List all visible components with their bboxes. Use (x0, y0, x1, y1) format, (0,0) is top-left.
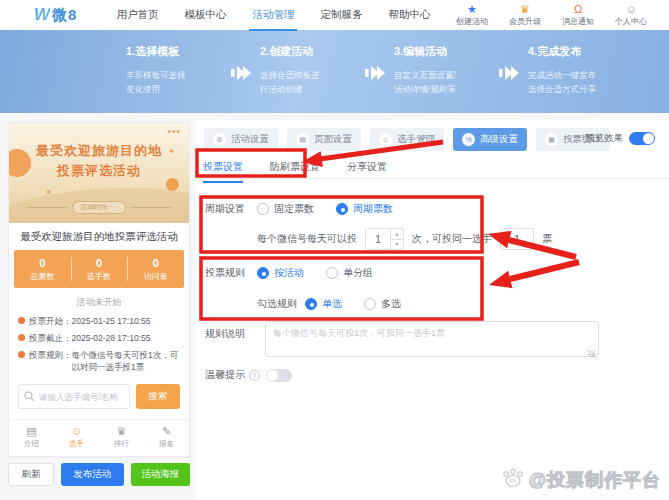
search-button[interactable]: 搜索 (136, 384, 180, 409)
by-group-radio[interactable] (326, 267, 338, 279)
multi-select-radio[interactable] (364, 298, 376, 310)
rule-desc-row: 规则说明 (205, 321, 599, 357)
vote-rule-row: 投票规则 按活动 单分组 (205, 266, 395, 280)
tab-players[interactable]: ☺ 选手 (54, 425, 99, 449)
warm-tip-toggle[interactable] (266, 369, 292, 382)
tab-page-settings[interactable]: ▤ 页面设置 (287, 128, 361, 151)
step-4-title: 4.完成发布 (528, 44, 624, 59)
multi-select-label[interactable]: 多选 (381, 297, 401, 311)
help-icon[interactable]: ? (249, 370, 260, 381)
cycle-votes-label[interactable]: 周期票数 (353, 202, 393, 216)
divider (196, 178, 669, 179)
logo-w-icon: W (34, 5, 50, 25)
subtab-antifraud-settings[interactable]: 防刷票设置 (270, 160, 320, 183)
player-search: 搜索 (9, 378, 189, 411)
refresh-button[interactable]: 刷新 (8, 463, 54, 486)
stat-visit-count: 0 访问量 (127, 250, 184, 288)
create-activity-button[interactable]: ★ 创建活动 (452, 3, 492, 27)
player-manage-icon: ☺ (379, 133, 392, 146)
stats-bar: 0 总票数 0 选手数 0 访问量 (14, 250, 184, 288)
by-activity-radio[interactable] (257, 267, 269, 279)
info-vote-rule: 投票规则： 每个微信号每天可投1次，可以对同一选手投1票 (18, 349, 180, 375)
logo[interactable]: W 微8 (34, 5, 77, 25)
preview-effect: 预览效果 (585, 132, 655, 145)
votes-times-stepper: ▲▼ (365, 228, 404, 250)
message-notify-label: 消息通知 (562, 16, 594, 27)
preview-effect-label: 预览效果 (585, 132, 623, 145)
page-settings-icon: ▤ (296, 133, 309, 146)
main-menu: 用户首页 模板中心 活动管理 定制服务 帮助中心 (103, 0, 443, 31)
activity-settings-icon: ⚙ (213, 133, 226, 146)
by-group-label[interactable]: 单分组 (343, 266, 373, 280)
message-notify-button[interactable]: Ω 消息通知 (558, 3, 598, 27)
settings-tabs: ⚙ 活动设置 ▤ 页面设置 ☺ 选手管理 % 高级设置 ▦ 投票统计 (204, 128, 610, 151)
by-activity-label[interactable]: 按活动 (274, 266, 304, 280)
subtab-share-settings[interactable]: 分享设置 (347, 160, 387, 183)
fast-forward-icon (222, 44, 260, 80)
phone-action-buttons: 刷新 发布活动 活动海报 (8, 463, 190, 486)
vote-stats-icon: ▦ (545, 133, 558, 146)
tab-activity-settings[interactable]: ⚙ 活动设置 (204, 128, 278, 151)
personal-center-button[interactable]: ☺ 个人中心 (611, 3, 651, 27)
cycle-settings-row: 周期设置 固定票数 周期票数 (205, 202, 415, 216)
activity-info-list: 投票开始： 2025-01-25 17:10:55 投票截止： 2025-02-… (9, 315, 189, 374)
intro-icon: ▤ (26, 425, 36, 438)
fixed-votes-label[interactable]: 固定票数 (274, 202, 314, 216)
info-vote-start: 投票开始： 2025-01-25 17:10:55 (18, 315, 180, 328)
votes-unit-piao: 票 (542, 232, 552, 246)
info-vote-end: 投票截止： 2025-02-28 17:10:55 (18, 332, 180, 345)
advanced-settings-icon: % (462, 133, 475, 146)
menu-item-templates[interactable]: 模板中心 (171, 0, 239, 31)
rule-desc-textarea[interactable] (265, 321, 599, 357)
tab-advanced-settings[interactable]: % 高级设置 (453, 128, 527, 151)
bullet-icon (18, 317, 25, 324)
paw-icon: cu (501, 467, 525, 493)
step-3-title: 3.编辑活动 (394, 44, 490, 59)
votes-prefix: 每个微信号每天可以投 (257, 232, 357, 246)
tab-signup[interactable]: ✎ 报名 (144, 425, 189, 449)
personal-center-label: 个人中心 (615, 16, 647, 27)
bullet-icon (18, 334, 25, 341)
textarea-resize-handle[interactable] (588, 350, 595, 357)
watermark: cu @投票制作平台 (501, 467, 661, 493)
more-dots-icon[interactable]: ••• (167, 126, 181, 137)
advanced-subtabs: 投票设置 防刷票设置 分享设置 (203, 160, 387, 183)
tab-player-manage[interactable]: ☺ 选手管理 (370, 128, 444, 151)
warm-tip-label: 温馨提示 (205, 368, 245, 382)
member-upgrade-button[interactable]: ♛ 会员升级 (505, 3, 545, 27)
single-select-label[interactable]: 单选 (322, 297, 342, 311)
subtab-vote-settings[interactable]: 投票设置 (203, 160, 243, 183)
activity-status: 活动未开始 (9, 288, 189, 315)
stat-player-count: 0 选手数 (71, 250, 128, 288)
stepper-down-icon: ▼ (391, 239, 403, 250)
fixed-votes-radio[interactable] (257, 203, 269, 215)
cycle-votes-radio[interactable] (336, 203, 348, 215)
member-upgrade-label: 会员升级 (509, 16, 541, 27)
cycle-settings-label: 周期设置 (205, 202, 257, 216)
rule-desc-label: 规则说明 (205, 321, 257, 341)
votes-per-day-row: 每个微信号每天可以投 ▲▼ 次 ，可投同一选手 票 (257, 228, 552, 250)
menu-item-custom-service[interactable]: 定制服务 (307, 0, 375, 31)
step-1: 1.选择模板 丰富模板可选择变化使用 (126, 44, 222, 96)
publish-activity-button[interactable]: 发布活动 (61, 463, 123, 486)
player-icon: ☺ (71, 425, 82, 438)
menu-item-home[interactable]: 用户首页 (103, 0, 171, 31)
votes-per-player-input[interactable] (500, 228, 534, 250)
votes-times-input[interactable] (366, 229, 390, 249)
votes-unit-times: 次 (412, 232, 422, 246)
step-2: 2.创建活动 选择合适模板进行活动创建 (260, 44, 356, 96)
signup-icon: ✎ (162, 425, 171, 438)
menu-item-activity-manage[interactable]: 活动管理 (239, 0, 307, 31)
tab-intro[interactable]: ▤ 介绍 (9, 425, 54, 449)
watermark-text: @投票制作平台 (528, 468, 661, 492)
single-select-radio[interactable] (305, 298, 317, 310)
menu-item-help-center[interactable]: 帮助中心 (375, 0, 443, 31)
preview-effect-toggle[interactable] (629, 132, 655, 145)
activity-poster-button[interactable]: 活动海报 (131, 463, 190, 486)
fast-forward-icon (356, 44, 394, 80)
stepper-arrows[interactable]: ▲▼ (390, 229, 403, 249)
tab-ranking[interactable]: ♛ 排行 (99, 425, 144, 449)
activity-name: 最受欢迎旅游目的地投票评选活动 (9, 223, 189, 250)
ranking-icon: ♛ (117, 425, 127, 438)
check-rule-row: 勾选规则 单选 多选 (257, 297, 423, 311)
